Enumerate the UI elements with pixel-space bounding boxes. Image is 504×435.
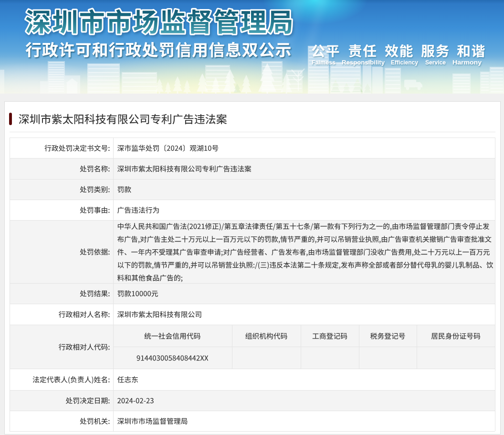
svg-text:Harmony: Harmony: [452, 59, 482, 66]
svg-text:Service: Service: [425, 59, 446, 66]
svg-text:Faimess: Faimess: [312, 59, 336, 66]
svg-text:Efficiency: Efficiency: [391, 59, 419, 66]
svg-text:Responsibility: Responsibility: [342, 59, 385, 66]
